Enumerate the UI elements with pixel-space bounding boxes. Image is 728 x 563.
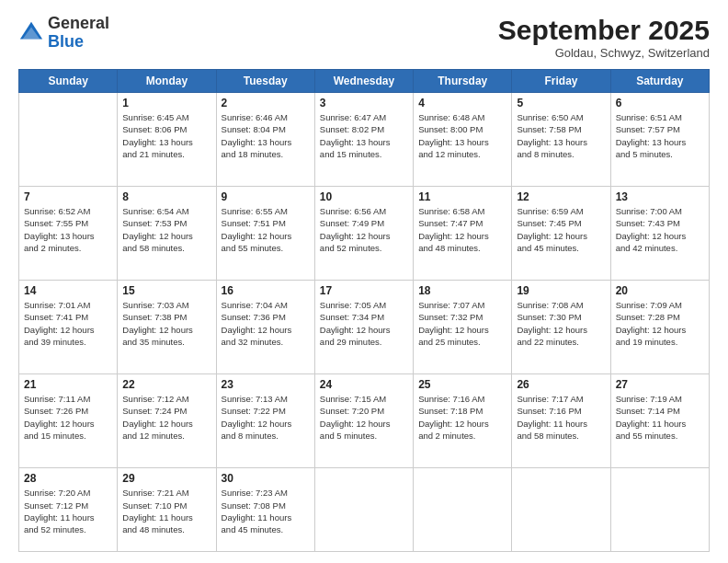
cell-info-text: Sunrise: 6:54 AMSunset: 7:53 PMDaylight:… (122, 205, 210, 254)
cell-4-5: 25Sunrise: 7:16 AMSunset: 7:18 PMDayligh… (414, 374, 512, 468)
cell-3-1: 14Sunrise: 7:01 AMSunset: 7:41 PMDayligh… (19, 281, 118, 374)
cell-4-1: 21Sunrise: 7:11 AMSunset: 7:26 PMDayligh… (19, 374, 118, 468)
cell-date-number: 12 (517, 190, 605, 203)
cell-5-4 (314, 468, 413, 552)
cell-date-number: 4 (418, 97, 506, 109)
cell-1-2: 1Sunrise: 6:45 AMSunset: 8:06 PMDaylight… (118, 93, 216, 187)
cell-date-number: 5 (517, 97, 605, 109)
header-wednesday: Wednesday (314, 70, 413, 93)
cell-2-2: 8Sunrise: 6:54 AMSunset: 7:53 PMDaylight… (118, 187, 216, 281)
week-row-5: 28Sunrise: 7:20 AMSunset: 7:12 PMDayligh… (19, 468, 710, 552)
logo: General Blue (18, 15, 109, 52)
cell-date-number: 14 (24, 284, 112, 297)
cell-info-text: Sunrise: 6:47 AMSunset: 8:02 PMDaylight:… (320, 111, 408, 160)
week-row-1: 1Sunrise: 6:45 AMSunset: 8:06 PMDaylight… (19, 93, 710, 187)
cell-4-4: 24Sunrise: 7:15 AMSunset: 7:20 PMDayligh… (314, 374, 413, 468)
cell-info-text: Sunrise: 7:17 AMSunset: 7:16 PMDaylight:… (517, 393, 605, 442)
cell-info-text: Sunrise: 6:48 AMSunset: 8:00 PMDaylight:… (418, 111, 506, 160)
cell-info-text: Sunrise: 7:04 AMSunset: 7:36 PMDaylight:… (222, 299, 310, 348)
header-saturday: Saturday (610, 70, 709, 93)
cell-date-number: 17 (320, 284, 408, 297)
cell-info-text: Sunrise: 7:15 AMSunset: 7:20 PMDaylight:… (320, 393, 408, 442)
cell-4-7: 27Sunrise: 7:19 AMSunset: 7:14 PMDayligh… (610, 374, 709, 468)
cell-info-text: Sunrise: 7:09 AMSunset: 7:28 PMDaylight:… (616, 299, 704, 348)
cell-date-number: 9 (222, 190, 310, 203)
cell-info-text: Sunrise: 7:21 AMSunset: 7:10 PMDaylight:… (122, 487, 210, 535)
cell-date-number: 7 (24, 190, 112, 203)
cell-info-text: Sunrise: 7:08 AMSunset: 7:30 PMDaylight:… (517, 299, 605, 348)
cell-date-number: 26 (517, 378, 605, 391)
cell-info-text: Sunrise: 6:56 AMSunset: 7:49 PMDaylight:… (320, 205, 408, 254)
cell-info-text: Sunrise: 7:20 AMSunset: 7:12 PMDaylight:… (24, 487, 112, 535)
cell-1-3: 2Sunrise: 6:46 AMSunset: 8:04 PMDaylight… (216, 93, 314, 187)
cell-2-4: 10Sunrise: 6:56 AMSunset: 7:49 PMDayligh… (314, 187, 413, 281)
title-block: September 2025 Goldau, Schwyz, Switzerla… (498, 15, 710, 60)
cell-date-number: 13 (616, 190, 704, 203)
cell-2-5: 11Sunrise: 6:58 AMSunset: 7:47 PMDayligh… (414, 187, 512, 281)
cell-date-number: 16 (222, 284, 310, 297)
cell-info-text: Sunrise: 7:19 AMSunset: 7:14 PMDaylight:… (616, 393, 704, 442)
header-tuesday: Tuesday (216, 70, 314, 93)
cell-date-number: 29 (122, 472, 210, 485)
cell-info-text: Sunrise: 7:00 AMSunset: 7:43 PMDaylight:… (616, 205, 704, 254)
cell-info-text: Sunrise: 7:23 AMSunset: 7:08 PMDaylight:… (222, 487, 310, 535)
cell-3-5: 18Sunrise: 7:07 AMSunset: 7:32 PMDayligh… (414, 281, 512, 374)
cell-date-number: 8 (122, 190, 210, 203)
cell-info-text: Sunrise: 6:45 AMSunset: 8:06 PMDaylight:… (122, 111, 210, 160)
cell-date-number: 27 (616, 378, 704, 391)
day-header-row: Sunday Monday Tuesday Wednesday Thursday… (19, 70, 710, 93)
cell-1-1 (19, 93, 118, 187)
cell-5-7 (610, 468, 709, 552)
cell-date-number: 28 (24, 472, 112, 485)
cell-info-text: Sunrise: 7:13 AMSunset: 7:22 PMDaylight:… (222, 393, 310, 442)
cell-5-1: 28Sunrise: 7:20 AMSunset: 7:12 PMDayligh… (19, 468, 118, 552)
header-sunday: Sunday (19, 70, 118, 93)
cell-info-text: Sunrise: 6:52 AMSunset: 7:55 PMDaylight:… (24, 205, 112, 254)
logo-text: General Blue (48, 15, 109, 52)
cell-1-6: 5Sunrise: 6:50 AMSunset: 7:58 PMDaylight… (512, 93, 610, 187)
header-monday: Monday (118, 70, 216, 93)
cell-date-number: 10 (320, 190, 408, 203)
header: General Blue September 2025 Goldau, Schw… (18, 15, 710, 60)
cell-info-text: Sunrise: 6:46 AMSunset: 8:04 PMDaylight:… (222, 111, 310, 160)
cell-info-text: Sunrise: 6:51 AMSunset: 7:57 PMDaylight:… (616, 111, 704, 160)
cell-4-6: 26Sunrise: 7:17 AMSunset: 7:16 PMDayligh… (512, 374, 610, 468)
cell-date-number: 15 (122, 284, 210, 297)
cell-date-number: 1 (122, 97, 210, 109)
cell-1-5: 4Sunrise: 6:48 AMSunset: 8:00 PMDaylight… (414, 93, 512, 187)
month-title: September 2025 (498, 15, 710, 46)
week-row-4: 21Sunrise: 7:11 AMSunset: 7:26 PMDayligh… (19, 374, 710, 468)
header-friday: Friday (512, 70, 610, 93)
logo-icon (18, 20, 44, 46)
cell-3-7: 20Sunrise: 7:09 AMSunset: 7:28 PMDayligh… (610, 281, 709, 374)
cell-2-3: 9Sunrise: 6:55 AMSunset: 7:51 PMDaylight… (216, 187, 314, 281)
cell-info-text: Sunrise: 7:11 AMSunset: 7:26 PMDaylight:… (24, 393, 112, 442)
cell-info-text: Sunrise: 7:07 AMSunset: 7:32 PMDaylight:… (418, 299, 506, 348)
cell-4-2: 22Sunrise: 7:12 AMSunset: 7:24 PMDayligh… (118, 374, 216, 468)
cell-info-text: Sunrise: 6:58 AMSunset: 7:47 PMDaylight:… (418, 205, 506, 254)
cell-date-number: 23 (222, 378, 310, 391)
cell-date-number: 6 (616, 97, 704, 109)
cell-info-text: Sunrise: 7:01 AMSunset: 7:41 PMDaylight:… (24, 299, 112, 348)
cell-info-text: Sunrise: 7:12 AMSunset: 7:24 PMDaylight:… (122, 393, 210, 442)
cell-date-number: 11 (418, 190, 506, 203)
cell-4-3: 23Sunrise: 7:13 AMSunset: 7:22 PMDayligh… (216, 374, 314, 468)
calendar-page: General Blue September 2025 Goldau, Schw… (0, 0, 728, 563)
cell-date-number: 18 (418, 284, 506, 297)
cell-date-number: 2 (222, 97, 310, 109)
cell-5-2: 29Sunrise: 7:21 AMSunset: 7:10 PMDayligh… (118, 468, 216, 552)
cell-date-number: 24 (320, 378, 408, 391)
cell-info-text: Sunrise: 6:59 AMSunset: 7:45 PMDaylight:… (517, 205, 605, 254)
cell-5-3: 30Sunrise: 7:23 AMSunset: 7:08 PMDayligh… (216, 468, 314, 552)
logo-blue-text: Blue (48, 32, 84, 51)
cell-1-4: 3Sunrise: 6:47 AMSunset: 8:02 PMDaylight… (314, 93, 413, 187)
cell-5-5 (414, 468, 512, 552)
week-row-2: 7Sunrise: 6:52 AMSunset: 7:55 PMDaylight… (19, 187, 710, 281)
cell-2-1: 7Sunrise: 6:52 AMSunset: 7:55 PMDaylight… (19, 187, 118, 281)
cell-date-number: 3 (320, 97, 408, 109)
cell-date-number: 20 (616, 284, 704, 297)
cell-1-7: 6Sunrise: 6:51 AMSunset: 7:57 PMDaylight… (610, 93, 709, 187)
cell-info-text: Sunrise: 6:55 AMSunset: 7:51 PMDaylight:… (222, 205, 310, 254)
cell-2-6: 12Sunrise: 6:59 AMSunset: 7:45 PMDayligh… (512, 187, 610, 281)
cell-date-number: 25 (418, 378, 506, 391)
